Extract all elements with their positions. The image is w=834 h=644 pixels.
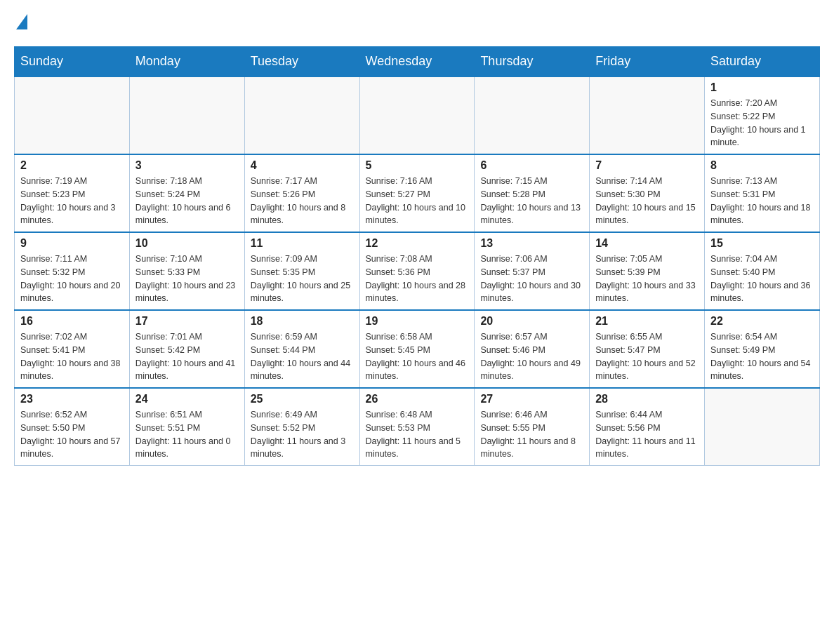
calendar-cell: 23Sunrise: 6:52 AMSunset: 5:50 PMDayligh…: [15, 388, 130, 466]
day-info: Daylight: 10 hours and 54 minutes.: [710, 357, 814, 384]
calendar-cell: 27Sunrise: 6:46 AMSunset: 5:55 PMDayligh…: [475, 388, 590, 466]
day-info: Sunset: 5:36 PM: [366, 266, 469, 279]
calendar-cell: 1Sunrise: 7:20 AMSunset: 5:22 PMDaylight…: [705, 76, 820, 154]
calendar-cell: 5Sunrise: 7:16 AMSunset: 5:27 PMDaylight…: [359, 154, 475, 232]
day-info: Sunrise: 7:20 AM: [710, 97, 814, 110]
day-number: 28: [595, 393, 699, 405]
calendar-cell: 15Sunrise: 7:04 AMSunset: 5:40 PMDayligh…: [705, 232, 820, 310]
day-info: Sunset: 5:41 PM: [20, 344, 124, 357]
day-number: 4: [251, 159, 354, 172]
day-number: 9: [20, 237, 124, 250]
day-number: 11: [251, 237, 354, 250]
day-number: 17: [135, 315, 239, 328]
day-info: Sunset: 5:32 PM: [20, 266, 124, 279]
calendar-cell: 18Sunrise: 6:59 AMSunset: 5:44 PMDayligh…: [244, 310, 359, 388]
day-info: Sunset: 5:53 PM: [366, 422, 469, 435]
calendar-cell: 21Sunrise: 6:55 AMSunset: 5:47 PMDayligh…: [590, 310, 705, 388]
calendar-cell: 20Sunrise: 6:57 AMSunset: 5:46 PMDayligh…: [475, 310, 590, 388]
col-sunday: Sunday: [15, 47, 130, 77]
day-number: 22: [710, 315, 814, 328]
day-info: Sunrise: 7:01 AM: [135, 330, 239, 344]
day-number: 7: [595, 159, 699, 172]
day-info: Daylight: 10 hours and 57 minutes.: [20, 435, 124, 462]
day-number: 20: [480, 315, 583, 328]
calendar-week-row: 2Sunrise: 7:19 AMSunset: 5:23 PMDaylight…: [15, 154, 820, 232]
day-info: Daylight: 10 hours and 3 minutes.: [20, 201, 124, 228]
day-number: 5: [366, 159, 469, 172]
day-info: Sunset: 5:42 PM: [135, 344, 239, 357]
day-info: Daylight: 11 hours and 11 minutes.: [595, 435, 699, 462]
day-info: Daylight: 10 hours and 13 minutes.: [480, 201, 583, 228]
page-header: [14, 14, 820, 32]
day-info: Sunset: 5:24 PM: [135, 188, 239, 201]
col-friday: Friday: [590, 47, 705, 77]
svg-marker-0: [16, 14, 27, 29]
calendar-week-row: 1Sunrise: 7:20 AMSunset: 5:22 PMDaylight…: [15, 76, 820, 154]
day-info: Sunrise: 7:14 AM: [595, 175, 699, 188]
calendar-cell: [359, 76, 475, 154]
day-number: 10: [135, 237, 239, 250]
day-info: Sunrise: 6:51 AM: [135, 408, 239, 422]
day-info: Daylight: 11 hours and 8 minutes.: [480, 435, 583, 462]
calendar-cell: 26Sunrise: 6:48 AMSunset: 5:53 PMDayligh…: [359, 388, 475, 466]
day-info: Sunset: 5:40 PM: [710, 266, 814, 279]
calendar-cell: 28Sunrise: 6:44 AMSunset: 5:56 PMDayligh…: [590, 388, 705, 466]
day-info: Sunrise: 6:59 AM: [251, 330, 354, 344]
day-number: 12: [366, 237, 469, 250]
day-info: Sunrise: 7:16 AM: [366, 175, 469, 188]
day-info: Sunset: 5:37 PM: [480, 266, 583, 279]
day-info: Sunset: 5:28 PM: [480, 188, 583, 201]
day-info: Sunrise: 6:48 AM: [366, 408, 469, 422]
day-number: 24: [135, 393, 239, 405]
day-info: Daylight: 10 hours and 8 minutes.: [251, 201, 354, 228]
logo-arrow-icon: [16, 14, 27, 29]
calendar-week-row: 23Sunrise: 6:52 AMSunset: 5:50 PMDayligh…: [15, 388, 820, 466]
day-info: Sunset: 5:22 PM: [710, 110, 814, 123]
day-number: 1: [710, 81, 814, 94]
day-info: Sunrise: 7:10 AM: [135, 253, 239, 266]
day-info: Sunset: 5:47 PM: [595, 344, 699, 357]
day-info: Daylight: 11 hours and 0 minutes.: [135, 435, 239, 462]
day-info: Sunset: 5:49 PM: [710, 344, 814, 357]
calendar-week-row: 9Sunrise: 7:11 AMSunset: 5:32 PMDaylight…: [15, 232, 820, 310]
calendar-cell: 19Sunrise: 6:58 AMSunset: 5:45 PMDayligh…: [359, 310, 475, 388]
day-info: Daylight: 10 hours and 20 minutes.: [20, 279, 124, 306]
day-info: Sunrise: 6:57 AM: [480, 330, 583, 344]
day-info: Sunrise: 6:46 AM: [480, 408, 583, 422]
day-info: Daylight: 10 hours and 30 minutes.: [480, 279, 583, 306]
day-info: Sunrise: 6:52 AM: [20, 408, 124, 422]
calendar-week-row: 16Sunrise: 7:02 AMSunset: 5:41 PMDayligh…: [15, 310, 820, 388]
day-number: 23: [20, 393, 124, 405]
day-info: Sunset: 5:33 PM: [135, 266, 239, 279]
day-info: Daylight: 10 hours and 18 minutes.: [710, 201, 814, 228]
day-info: Sunset: 5:23 PM: [20, 188, 124, 201]
day-info: Sunset: 5:46 PM: [480, 344, 583, 357]
calendar-cell: [129, 76, 244, 154]
col-wednesday: Wednesday: [359, 47, 475, 77]
day-info: Sunset: 5:44 PM: [251, 344, 354, 357]
day-info: Daylight: 11 hours and 3 minutes.: [251, 435, 354, 462]
day-info: Sunrise: 7:02 AM: [20, 330, 124, 344]
calendar-cell: 22Sunrise: 6:54 AMSunset: 5:49 PMDayligh…: [705, 310, 820, 388]
calendar-header-row: Sunday Monday Tuesday Wednesday Thursday…: [15, 47, 820, 77]
day-info: Daylight: 11 hours and 5 minutes.: [366, 435, 469, 462]
day-info: Sunset: 5:35 PM: [251, 266, 354, 279]
day-info: Sunrise: 7:17 AM: [251, 175, 354, 188]
calendar-cell: 4Sunrise: 7:17 AMSunset: 5:26 PMDaylight…: [244, 154, 359, 232]
day-info: Daylight: 10 hours and 33 minutes.: [595, 279, 699, 306]
day-info: Daylight: 10 hours and 28 minutes.: [366, 279, 469, 306]
day-info: Sunset: 5:31 PM: [710, 188, 814, 201]
calendar-cell: 11Sunrise: 7:09 AMSunset: 5:35 PMDayligh…: [244, 232, 359, 310]
day-number: 26: [366, 393, 469, 405]
day-info: Daylight: 10 hours and 23 minutes.: [135, 279, 239, 306]
day-info: Sunrise: 7:15 AM: [480, 175, 583, 188]
day-info: Sunset: 5:51 PM: [135, 422, 239, 435]
day-info: Sunrise: 6:49 AM: [251, 408, 354, 422]
calendar-cell: [590, 76, 705, 154]
day-info: Sunrise: 7:13 AM: [710, 175, 814, 188]
col-saturday: Saturday: [705, 47, 820, 77]
day-info: Sunset: 5:27 PM: [366, 188, 469, 201]
day-info: Sunrise: 7:18 AM: [135, 175, 239, 188]
day-info: Sunrise: 7:19 AM: [20, 175, 124, 188]
calendar-cell: 7Sunrise: 7:14 AMSunset: 5:30 PMDaylight…: [590, 154, 705, 232]
